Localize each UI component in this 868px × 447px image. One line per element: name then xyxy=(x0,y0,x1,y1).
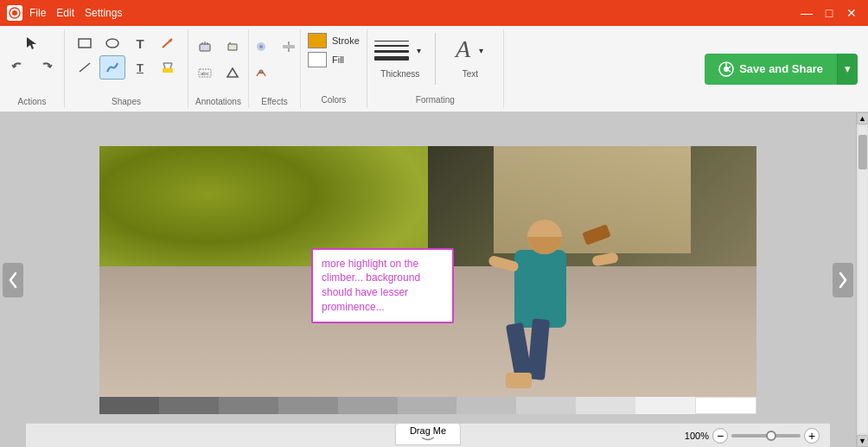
climber-figure xyxy=(480,215,635,405)
format-row: ▾ Thickness A ▾ Text xyxy=(374,33,496,85)
stroke-row: Stroke xyxy=(308,33,360,48)
thickness-line-2 xyxy=(374,45,409,47)
nav-right[interactable] xyxy=(830,112,856,447)
format-separator xyxy=(435,33,436,85)
menu-bar: File Edit Settings xyxy=(29,7,122,19)
color-strip-9 xyxy=(576,397,635,414)
annotation-tool-1[interactable] xyxy=(192,35,218,59)
climber-ponytail xyxy=(582,224,610,245)
scroll-up-button[interactable]: ▲ xyxy=(857,112,869,125)
svg-line-7 xyxy=(80,63,90,72)
dropdown-arrow-icon: ▾ xyxy=(845,62,851,75)
effect-tool-2[interactable] xyxy=(276,35,302,59)
canvas-image: more highlight on the climber... backgro… xyxy=(99,146,756,414)
select-tool-button[interactable] xyxy=(19,31,45,55)
annotations-group: abc Annotations xyxy=(188,29,249,108)
shapes-label: Shapes xyxy=(112,95,141,106)
svg-text:abc: abc xyxy=(201,71,209,76)
zoom-slider[interactable] xyxy=(731,434,801,437)
menu-settings[interactable]: Settings xyxy=(85,7,122,19)
text-item: A ▾ Text xyxy=(444,33,496,85)
svg-line-9 xyxy=(163,63,165,68)
actions-row2 xyxy=(5,55,59,80)
highlight-tool[interactable] xyxy=(155,55,181,80)
nav-left-button[interactable] xyxy=(3,263,23,297)
drag-me-button[interactable]: Drag Me xyxy=(395,423,461,445)
stroke-color-swatch[interactable] xyxy=(308,33,327,48)
svg-point-1 xyxy=(12,10,17,16)
scroll-down-button[interactable]: ▼ xyxy=(857,435,869,447)
menu-file[interactable]: File xyxy=(29,7,46,19)
annotations-label: Annotations xyxy=(195,95,241,106)
color-strip-6 xyxy=(398,397,457,414)
climber-hands xyxy=(506,373,532,388)
arrow-tool[interactable] xyxy=(155,31,181,55)
chevron-left-icon xyxy=(9,271,17,289)
maximize-button[interactable]: □ xyxy=(820,3,839,22)
formatting-label: Formating xyxy=(416,95,455,105)
thickness-label: Thickness xyxy=(380,69,419,79)
climber-head xyxy=(527,220,562,254)
zoom-in-button[interactable]: + xyxy=(804,428,820,444)
text-label: Text xyxy=(463,69,478,79)
zoom-thumb xyxy=(766,431,776,441)
svg-point-4 xyxy=(106,39,118,48)
annotations-row2: abc xyxy=(192,61,246,85)
scrollbar-right: ▲ ▼ xyxy=(856,112,868,447)
zoom-out-button[interactable]: − xyxy=(712,428,728,444)
annotation-box: more highlight on the climber... backgro… xyxy=(311,248,454,323)
text-underline-tool[interactable]: T xyxy=(127,55,153,80)
annotations-row1 xyxy=(192,35,246,59)
thickness-dropdown-button[interactable]: ▾ xyxy=(412,33,426,67)
close-button[interactable]: ✕ xyxy=(842,3,861,22)
redo-button[interactable] xyxy=(33,55,59,80)
save-share-dropdown-button[interactable]: ▾ xyxy=(837,54,858,85)
menu-edit[interactable]: Edit xyxy=(56,7,74,19)
nav-left[interactable] xyxy=(0,112,26,447)
toolbar: Actions T T Shap xyxy=(0,26,868,112)
fill-color-swatch[interactable] xyxy=(308,52,327,67)
effects-label: Effects xyxy=(261,95,287,106)
colors-group: Stroke Fill Colors xyxy=(301,29,367,108)
climber-hair-base xyxy=(527,237,562,254)
pen-tool[interactable] xyxy=(99,55,125,80)
climber-arm-right xyxy=(591,252,619,266)
annotation-tool-3[interactable]: abc xyxy=(192,61,218,85)
line-tool[interactable] xyxy=(72,55,98,80)
annotation-tool-4[interactable] xyxy=(220,61,246,85)
color-strip-8 xyxy=(516,397,576,414)
color-strip-2 xyxy=(159,397,219,414)
scroll-track[interactable] xyxy=(858,126,867,433)
color-strip-4 xyxy=(278,397,338,414)
thickness-control: ▾ xyxy=(374,33,426,67)
effects-row2 xyxy=(248,61,302,85)
climber-body xyxy=(514,250,566,328)
app-icon xyxy=(7,5,22,21)
minimize-button[interactable]: — xyxy=(797,3,816,22)
svg-line-29 xyxy=(728,70,731,72)
zoom-controls: 100% − + xyxy=(685,428,820,444)
svg-marker-2 xyxy=(27,37,36,49)
fill-label: Fill xyxy=(332,54,344,65)
rectangle-tool[interactable] xyxy=(72,31,98,55)
text-dropdown-button[interactable]: ▾ xyxy=(475,33,488,67)
effect-tool-1[interactable] xyxy=(248,35,274,59)
svg-rect-8 xyxy=(163,68,173,73)
text-format-icon: A xyxy=(452,33,473,67)
color-strip-10 xyxy=(635,397,695,414)
title-bar: File Edit Settings — □ ✕ xyxy=(0,0,868,26)
nav-right-button[interactable] xyxy=(833,263,853,297)
shapes-row2: T xyxy=(72,55,181,80)
scene: more highlight on the climber... backgro… xyxy=(99,146,756,414)
save-share-button[interactable]: Save and Share xyxy=(705,54,837,85)
color-strip xyxy=(99,397,756,414)
annotation-tool-2[interactable] xyxy=(220,35,246,59)
color-strip-11 xyxy=(695,397,756,414)
text-control: A ▾ xyxy=(452,33,488,67)
text-tool[interactable]: T xyxy=(127,31,153,55)
stroke-label: Stroke xyxy=(332,35,360,46)
chevron-right-icon xyxy=(839,271,847,289)
ellipse-tool[interactable] xyxy=(99,31,125,55)
undo-button[interactable] xyxy=(5,55,31,80)
effect-tool-3[interactable] xyxy=(248,61,274,85)
